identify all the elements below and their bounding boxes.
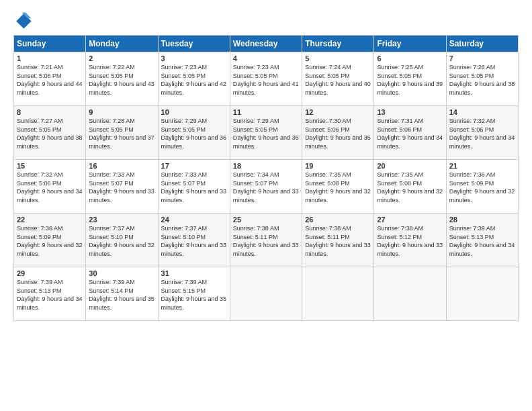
day-number: 21 [449,162,515,170]
calendar-cell: 17Sunrise: 7:33 AMSunset: 5:07 PMDayligh… [158,160,230,214]
day-number: 2 [89,54,154,62]
cell-sunrise: Sunrise: 7:37 AMSunset: 5:10 PMDaylight:… [161,225,227,257]
week-row-2: 8Sunrise: 7:27 AMSunset: 5:05 PMDaylight… [14,106,519,160]
day-number: 14 [449,108,515,116]
week-row-3: 15Sunrise: 7:32 AMSunset: 5:06 PMDayligh… [14,160,519,214]
day-number: 3 [161,54,227,62]
header-row-days: SundayMondayTuesdayWednesdayThursdayFrid… [14,36,519,52]
calendar-cell: 25Sunrise: 7:38 AMSunset: 5:11 PMDayligh… [230,214,302,267]
cell-sunrise: Sunrise: 7:33 AMSunset: 5:07 PMDaylight:… [89,171,154,203]
calendar-cell: 29Sunrise: 7:39 AMSunset: 5:13 PMDayligh… [14,267,86,321]
cell-sunrise: Sunrise: 7:35 AMSunset: 5:08 PMDaylight:… [305,171,371,203]
cell-sunrise: Sunrise: 7:25 AMSunset: 5:05 PMDaylight:… [377,64,443,96]
cell-sunrise: Sunrise: 7:33 AMSunset: 5:07 PMDaylight:… [161,171,227,203]
calendar-cell: 18Sunrise: 7:34 AMSunset: 5:07 PMDayligh… [230,160,302,214]
day-number: 20 [377,162,443,170]
cell-sunrise: Sunrise: 7:30 AMSunset: 5:06 PMDaylight:… [305,118,371,150]
day-number: 10 [161,108,227,116]
cell-sunrise: Sunrise: 7:29 AMSunset: 5:05 PMDaylight:… [233,118,299,150]
cell-sunrise: Sunrise: 7:24 AMSunset: 5:05 PMDaylight:… [305,64,371,96]
cell-sunrise: Sunrise: 7:32 AMSunset: 5:06 PMDaylight:… [449,118,515,150]
calendar-cell: 3Sunrise: 7:23 AMSunset: 5:05 PMDaylight… [158,52,230,106]
calendar-container: SundayMondayTuesdayWednesdayThursdayFrid… [0,0,532,328]
cell-sunrise: Sunrise: 7:34 AMSunset: 5:07 PMDaylight:… [233,171,299,203]
day-number: 27 [377,216,443,224]
cell-sunrise: Sunrise: 7:31 AMSunset: 5:06 PMDaylight:… [377,118,443,150]
calendar-cell: 7Sunrise: 7:26 AMSunset: 5:05 PMDaylight… [446,52,518,106]
day-number: 11 [233,108,299,116]
calendar-cell: 19Sunrise: 7:35 AMSunset: 5:08 PMDayligh… [302,160,374,214]
cell-sunrise: Sunrise: 7:39 AMSunset: 5:14 PMDaylight:… [89,279,154,311]
header-row [13,11,519,30]
calendar-cell: 24Sunrise: 7:37 AMSunset: 5:10 PMDayligh… [158,214,230,267]
calendar-cell [230,267,302,321]
calendar-cell: 21Sunrise: 7:36 AMSunset: 5:09 PMDayligh… [446,160,518,214]
cell-sunrise: Sunrise: 7:36 AMSunset: 5:09 PMDaylight:… [449,171,515,203]
calendar-cell: 23Sunrise: 7:37 AMSunset: 5:10 PMDayligh… [86,214,158,267]
cell-sunrise: Sunrise: 7:29 AMSunset: 5:05 PMDaylight:… [161,118,227,150]
calendar-cell: 13Sunrise: 7:31 AMSunset: 5:06 PMDayligh… [374,106,446,160]
week-row-4: 22Sunrise: 7:36 AMSunset: 5:09 PMDayligh… [14,214,519,267]
calendar-cell: 28Sunrise: 7:39 AMSunset: 5:13 PMDayligh… [446,214,518,267]
week-row-1: 1Sunrise: 7:21 AMSunset: 5:06 PMDaylight… [14,52,519,106]
day-number: 25 [233,216,299,224]
day-number: 22 [17,216,83,224]
cell-sunrise: Sunrise: 7:38 AMSunset: 5:12 PMDaylight:… [377,225,443,257]
day-header-monday: Monday [86,36,158,52]
calendar-cell: 6Sunrise: 7:25 AMSunset: 5:05 PMDaylight… [374,52,446,106]
calendar-cell: 31Sunrise: 7:39 AMSunset: 5:15 PMDayligh… [158,267,230,321]
calendar-cell [302,267,374,321]
logo [13,11,35,30]
day-number: 19 [305,162,371,170]
day-number: 17 [161,162,227,170]
day-number: 8 [17,108,83,116]
calendar-cell: 14Sunrise: 7:32 AMSunset: 5:06 PMDayligh… [446,106,518,160]
cell-sunrise: Sunrise: 7:37 AMSunset: 5:10 PMDaylight:… [89,225,154,257]
calendar-cell: 8Sunrise: 7:27 AMSunset: 5:05 PMDaylight… [14,106,86,160]
cell-sunrise: Sunrise: 7:22 AMSunset: 5:05 PMDaylight:… [89,64,154,96]
calendar-cell: 9Sunrise: 7:28 AMSunset: 5:05 PMDaylight… [86,106,158,160]
cell-sunrise: Sunrise: 7:23 AMSunset: 5:05 PMDaylight:… [161,64,227,96]
calendar-cell [446,267,518,321]
cell-sunrise: Sunrise: 7:39 AMSunset: 5:13 PMDaylight:… [449,225,515,257]
cell-sunrise: Sunrise: 7:26 AMSunset: 5:05 PMDaylight:… [449,64,515,96]
day-header-thursday: Thursday [302,36,374,52]
calendar-cell: 4Sunrise: 7:23 AMSunset: 5:05 PMDaylight… [230,52,302,106]
day-number: 12 [305,108,371,116]
cell-sunrise: Sunrise: 7:39 AMSunset: 5:15 PMDaylight:… [161,279,227,311]
calendar-cell: 26Sunrise: 7:38 AMSunset: 5:11 PMDayligh… [302,214,374,267]
calendar-cell: 16Sunrise: 7:33 AMSunset: 5:07 PMDayligh… [86,160,158,214]
day-number: 6 [377,54,443,62]
calendar-cell: 27Sunrise: 7:38 AMSunset: 5:12 PMDayligh… [374,214,446,267]
cell-sunrise: Sunrise: 7:21 AMSunset: 5:06 PMDaylight:… [17,64,83,96]
calendar-cell: 11Sunrise: 7:29 AMSunset: 5:05 PMDayligh… [230,106,302,160]
day-number: 28 [449,216,515,224]
week-row-5: 29Sunrise: 7:39 AMSunset: 5:13 PMDayligh… [14,267,519,321]
day-header-friday: Friday [374,36,446,52]
day-number: 4 [233,54,299,62]
calendar-cell: 1Sunrise: 7:21 AMSunset: 5:06 PMDaylight… [14,52,86,106]
calendar-cell: 12Sunrise: 7:30 AMSunset: 5:06 PMDayligh… [302,106,374,160]
cell-sunrise: Sunrise: 7:27 AMSunset: 5:05 PMDaylight:… [17,118,83,150]
day-header-wednesday: Wednesday [230,36,302,52]
day-number: 7 [449,54,515,62]
calendar-cell: 5Sunrise: 7:24 AMSunset: 5:05 PMDaylight… [302,52,374,106]
day-number: 26 [305,216,371,224]
calendar-cell [374,267,446,321]
cell-sunrise: Sunrise: 7:23 AMSunset: 5:05 PMDaylight:… [233,64,299,96]
cell-sunrise: Sunrise: 7:32 AMSunset: 5:06 PMDaylight:… [17,171,83,203]
day-number: 24 [161,216,227,224]
day-number: 5 [305,54,371,62]
calendar-cell: 15Sunrise: 7:32 AMSunset: 5:06 PMDayligh… [14,160,86,214]
logo-icon [13,11,32,30]
day-number: 9 [89,108,154,116]
calendar-cell: 10Sunrise: 7:29 AMSunset: 5:05 PMDayligh… [158,106,230,160]
day-number: 13 [377,108,443,116]
day-number: 18 [233,162,299,170]
svg-marker-0 [16,13,31,28]
calendar-cell: 20Sunrise: 7:35 AMSunset: 5:08 PMDayligh… [374,160,446,214]
calendar-cell: 22Sunrise: 7:36 AMSunset: 5:09 PMDayligh… [14,214,86,267]
day-number: 16 [89,162,154,170]
day-number: 15 [17,162,83,170]
cell-sunrise: Sunrise: 7:28 AMSunset: 5:05 PMDaylight:… [89,118,154,150]
